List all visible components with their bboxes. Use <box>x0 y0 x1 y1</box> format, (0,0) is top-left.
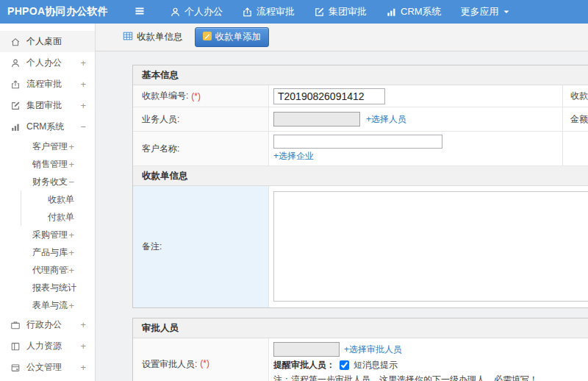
tab-bar: 收款单信息 收款单添加 <box>96 24 588 51</box>
sidebar-item-sales-mgmt[interactable]: 销售管理 + <box>0 155 95 173</box>
sidebar: 个人桌面 个人办公 + 流程审批 + 集团审批 + CRM系统 − 客户管理 +… <box>0 24 96 381</box>
receipt-number-label: 收款单编号: <box>142 90 188 102</box>
sidebar-item-reports[interactable]: 报表与统计 <box>0 279 95 296</box>
field-label: 备注: <box>133 186 269 307</box>
expand-toggle[interactable]: + <box>80 341 86 351</box>
top-menu-label: CRM系统 <box>401 5 442 18</box>
workflow-icon <box>10 79 22 90</box>
top-menu-more-apps[interactable]: 更多应用 <box>451 0 520 24</box>
expand-toggle[interactable]: + <box>68 248 74 257</box>
top-menu-label: 集团审批 <box>329 5 367 18</box>
sidebar-item-hr[interactable]: 人力资源 + <box>0 335 95 357</box>
field-cell: +选择审批人员 提醒审批人员： 短消息提示 注：流程第一步审批人员，这里选择你的… <box>269 338 588 381</box>
caret-down-icon <box>503 8 510 15</box>
sidebar-item-personal-office[interactable]: 个人办公 + <box>0 52 95 74</box>
tab-label: 收款单添加 <box>215 31 262 43</box>
remark-label: 备注: <box>142 241 162 253</box>
sidebar-item-personal-desktop[interactable]: 个人桌面 <box>0 31 95 52</box>
form-row-approver: 设置审批人员: (*) +选择审批人员 提醒审批人员： 短消息提示 <box>133 338 588 381</box>
expand-toggle[interactable]: + <box>68 142 74 152</box>
expand-toggle[interactable]: + <box>80 58 86 68</box>
expand-toggle[interactable]: + <box>68 230 74 240</box>
section-header-approval: 审批人员 <box>133 318 588 338</box>
sidebar-item-group-approval[interactable]: 集团审批 + <box>0 95 95 116</box>
expand-toggle[interactable]: + <box>80 320 86 330</box>
select-company-link[interactable]: +选择企业 <box>273 150 314 163</box>
workflow-icon <box>242 7 253 18</box>
top-menu-crm[interactable]: CRM系统 <box>376 0 451 24</box>
customer-name-input[interactable] <box>273 135 442 149</box>
receipt-number-input[interactable] <box>273 88 385 104</box>
tab-receipt-add[interactable]: 收款单添加 <box>195 27 270 47</box>
menu-icon <box>134 5 146 19</box>
expand-toggle[interactable]: + <box>68 160 74 169</box>
expand-toggle[interactable]: + <box>80 363 86 372</box>
sidebar-item-label: 表单与流程设置 <box>32 299 68 312</box>
field-cell: +选择人员 <box>269 107 563 131</box>
expand-toggle[interactable]: + <box>80 101 86 110</box>
sidebar-item-documents[interactable]: 公文管理 + <box>0 357 95 378</box>
sms-remind-label: 短消息提示 <box>354 359 398 371</box>
required-mark: (*) <box>200 358 209 368</box>
section-header-receipt-info: 收款单信息 <box>133 166 588 186</box>
sidebar-item-label: 客户管理 <box>32 140 68 153</box>
remark-textarea[interactable] <box>273 191 588 302</box>
sidebar-toggle-button[interactable] <box>129 2 150 22</box>
sidebar-item-finance[interactable]: 财务收支 − <box>0 173 95 190</box>
sidebar-item-form-workflow-settings[interactable]: 表单与流程设置 + <box>0 296 95 314</box>
expand-toggle[interactable]: + <box>68 301 74 310</box>
customer-name-label: 客户名称: <box>142 143 179 155</box>
sidebar-item-label: 代理商管理 <box>32 264 68 277</box>
tab-receipt-info[interactable]: 收款单信息 <box>121 28 184 46</box>
top-menu-personal-office[interactable]: 个人办公 <box>160 0 232 24</box>
sidebar-item-label: 流程审批 <box>26 78 62 90</box>
sidebar-item-label: 销售管理 <box>32 158 68 171</box>
sidebar-item-label: 集团审批 <box>26 99 62 112</box>
empty-cell <box>563 132 588 165</box>
set-approver-label: 设置审批人员: <box>142 358 197 371</box>
top-menu-workflow-approval[interactable]: 流程审批 <box>232 0 304 24</box>
sales-staff-input[interactable] <box>273 112 360 127</box>
sidebar-item-customer-mgmt[interactable]: 客户管理 + <box>0 138 95 155</box>
select-staff-link[interactable]: +选择人员 <box>366 113 406 126</box>
sidebar-item-product-inventory[interactable]: 产品与库存 + <box>0 243 95 261</box>
sidebar-item-label: 付款单 <box>48 211 74 224</box>
sidebar-item-agent-mgmt[interactable]: 代理商管理 + <box>0 261 95 279</box>
approver-input[interactable] <box>273 342 340 357</box>
field-label: 设置审批人员: (*) <box>133 338 269 381</box>
sidebar-item-label: CRM系统 <box>26 121 64 133</box>
sidebar-item-purchase-mgmt[interactable]: 采购管理 + <box>0 226 95 243</box>
collapse-toggle[interactable]: − <box>68 177 74 187</box>
edit-icon <box>10 101 22 111</box>
sidebar-item-admin-office[interactable]: 行政办公 + <box>0 314 95 335</box>
sidebar-item-label: 个人桌面 <box>26 35 62 48</box>
edit-icon <box>314 7 325 18</box>
sidebar-item-label: 报表与统计 <box>32 282 76 294</box>
sidebar-item-workflow-approval[interactable]: 流程审批 + <box>0 74 95 95</box>
select-approver-link[interactable]: +选择审批人员 <box>344 343 402 356</box>
chart-icon <box>386 7 397 18</box>
field-label: 业务人员: <box>133 107 269 131</box>
main-area: 收款单信息 收款单添加 基本信息 收款单编号: (*) <box>96 24 588 381</box>
sidebar-item-crm[interactable]: CRM系统 − <box>0 116 95 138</box>
collapse-toggle[interactable]: − <box>80 122 86 132</box>
expand-toggle[interactable]: + <box>68 266 74 275</box>
section-header-basic: 基本信息 <box>133 65 588 85</box>
field-label: 客户名称: <box>133 132 269 165</box>
sidebar-item-label: 财务收支 <box>32 176 68 188</box>
top-menu: 个人办公 流程审批 集团审批 CRM系统 更多应用 <box>160 0 520 24</box>
top-menu-group-approval[interactable]: 集团审批 <box>304 0 376 24</box>
sidebar-item-label: 人力资源 <box>26 340 62 352</box>
table-icon <box>123 31 133 43</box>
expand-toggle[interactable]: + <box>80 79 86 89</box>
receipt-form: 基本信息 收款单编号: (*) 收款单日期: 业务人员: <box>132 65 588 308</box>
approver-note: 注：流程第一步审批人员，这里选择你的下一级办理人，必需填写！ <box>273 374 538 381</box>
remind-approver-label: 提醒审批人员： <box>273 359 335 371</box>
chart-icon <box>10 122 22 132</box>
sidebar-item-payment[interactable]: 付款单 <box>21 208 95 226</box>
sidebar-item-label: 收款单 <box>48 193 74 206</box>
sidebar-item-receipt[interactable]: 收款单 <box>21 190 95 208</box>
user-icon <box>170 7 181 18</box>
sms-remind-checkbox[interactable] <box>340 360 349 370</box>
tab-label: 收款单信息 <box>137 31 183 43</box>
